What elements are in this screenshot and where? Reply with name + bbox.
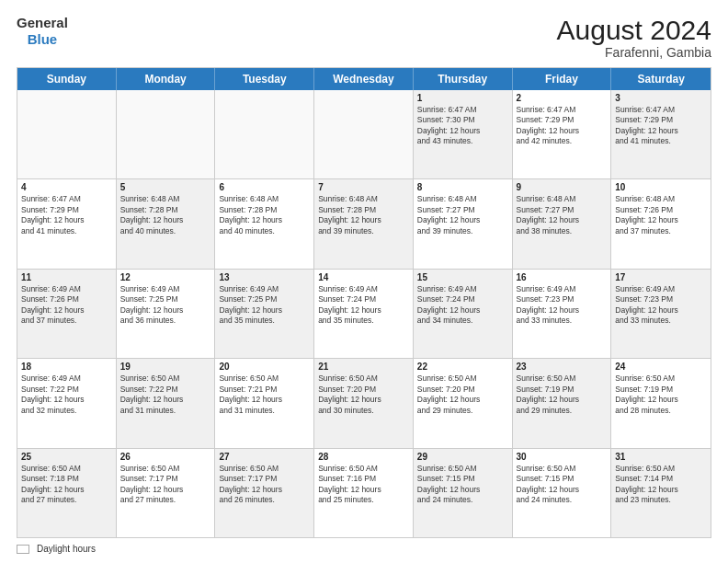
cell-info: Sunrise: 6:50 AM Sunset: 7:21 PM Dayligh…: [219, 373, 310, 416]
footer: Daylight hours: [17, 544, 711, 554]
calendar-cell: [215, 90, 314, 178]
calendar-cell: 3Sunrise: 6:47 AM Sunset: 7:29 PM Daylig…: [611, 90, 711, 178]
cell-info: Sunrise: 6:47 AM Sunset: 7:29 PM Dayligh…: [615, 105, 707, 147]
day-number: 31: [615, 452, 707, 462]
day-of-week-header: Sunday: [17, 68, 117, 90]
day-number: 29: [417, 452, 508, 462]
calendar-cell: 20Sunrise: 6:50 AM Sunset: 7:21 PM Dayli…: [215, 359, 314, 447]
cell-info: Sunrise: 6:50 AM Sunset: 7:17 PM Dayligh…: [219, 464, 310, 506]
day-number: 17: [615, 272, 707, 282]
day-number: 13: [219, 272, 310, 282]
day-number: 24: [615, 362, 707, 372]
calendar-cell: 8Sunrise: 6:48 AM Sunset: 7:27 PM Daylig…: [414, 179, 513, 268]
day-of-week-header: Saturday: [611, 68, 711, 90]
calendar-cell: 12Sunrise: 6:49 AM Sunset: 7:25 PM Dayli…: [117, 270, 216, 358]
calendar-cell: 7Sunrise: 6:48 AM Sunset: 7:28 PM Daylig…: [314, 179, 414, 268]
cell-info: Sunrise: 6:50 AM Sunset: 7:16 PM Dayligh…: [318, 464, 409, 506]
calendar-row: 4Sunrise: 6:47 AM Sunset: 7:29 PM Daylig…: [17, 179, 711, 269]
cell-info: Sunrise: 6:50 AM Sunset: 7:19 PM Dayligh…: [517, 373, 608, 416]
calendar-cell: 4Sunrise: 6:47 AM Sunset: 7:29 PM Daylig…: [17, 179, 117, 268]
day-of-week-header: Tuesday: [215, 68, 314, 90]
calendar-cell: 21Sunrise: 6:50 AM Sunset: 7:20 PM Dayli…: [314, 359, 414, 447]
calendar-cell: 29Sunrise: 6:50 AM Sunset: 7:15 PM Dayli…: [414, 449, 513, 537]
day-number: 25: [21, 452, 112, 462]
calendar-cell: 11Sunrise: 6:49 AM Sunset: 7:26 PM Dayli…: [17, 270, 117, 358]
calendar-cell: 23Sunrise: 6:50 AM Sunset: 7:19 PM Dayli…: [513, 359, 612, 447]
cell-info: Sunrise: 6:49 AM Sunset: 7:25 PM Dayligh…: [120, 284, 211, 327]
day-number: 4: [21, 182, 112, 192]
cell-info: Sunrise: 6:49 AM Sunset: 7:23 PM Dayligh…: [517, 284, 608, 327]
calendar-cell: 25Sunrise: 6:50 AM Sunset: 7:18 PM Dayli…: [17, 449, 117, 537]
calendar-cell: 26Sunrise: 6:50 AM Sunset: 7:17 PM Dayli…: [117, 449, 216, 537]
cell-info: Sunrise: 6:49 AM Sunset: 7:24 PM Dayligh…: [417, 284, 508, 327]
cell-info: Sunrise: 6:50 AM Sunset: 7:15 PM Dayligh…: [417, 464, 508, 506]
cell-info: Sunrise: 6:50 AM Sunset: 7:18 PM Dayligh…: [21, 464, 112, 506]
calendar-row: 25Sunrise: 6:50 AM Sunset: 7:18 PM Dayli…: [17, 449, 711, 537]
calendar-cell: 6Sunrise: 6:48 AM Sunset: 7:28 PM Daylig…: [215, 179, 314, 268]
day-number: 10: [615, 182, 707, 192]
day-of-week-header: Thursday: [414, 68, 513, 90]
day-number: 16: [517, 272, 608, 282]
calendar-cell: [314, 90, 414, 178]
cell-info: Sunrise: 6:48 AM Sunset: 7:27 PM Dayligh…: [517, 194, 608, 236]
cell-info: Sunrise: 6:50 AM Sunset: 7:22 PM Dayligh…: [120, 373, 211, 416]
calendar-cell: 14Sunrise: 6:49 AM Sunset: 7:24 PM Dayli…: [314, 270, 414, 358]
calendar-cell: 1Sunrise: 6:47 AM Sunset: 7:30 PM Daylig…: [414, 90, 513, 178]
day-number: 12: [120, 272, 211, 282]
month-year: August 2024: [557, 15, 711, 45]
calendar-cell: 30Sunrise: 6:50 AM Sunset: 7:15 PM Dayli…: [513, 449, 612, 537]
cell-info: Sunrise: 6:48 AM Sunset: 7:28 PM Dayligh…: [318, 194, 409, 236]
header: General Blue August 2024 Farafenni, Gamb…: [17, 15, 711, 60]
title-block: August 2024 Farafenni, Gambia: [557, 15, 711, 60]
cell-info: Sunrise: 6:48 AM Sunset: 7:28 PM Dayligh…: [120, 194, 211, 236]
day-number: 9: [517, 182, 608, 192]
cell-info: Sunrise: 6:49 AM Sunset: 7:24 PM Dayligh…: [318, 284, 409, 327]
location: Farafenni, Gambia: [557, 45, 711, 60]
calendar-row: 18Sunrise: 6:49 AM Sunset: 7:22 PM Dayli…: [17, 359, 711, 448]
calendar-cell: 19Sunrise: 6:50 AM Sunset: 7:22 PM Dayli…: [117, 359, 216, 447]
calendar-cell: 13Sunrise: 6:49 AM Sunset: 7:25 PM Dayli…: [215, 270, 314, 358]
day-number: 8: [417, 182, 508, 192]
cell-info: Sunrise: 6:50 AM Sunset: 7:15 PM Dayligh…: [517, 464, 608, 506]
cell-info: Sunrise: 6:47 AM Sunset: 7:29 PM Dayligh…: [517, 105, 608, 147]
calendar-row: 1Sunrise: 6:47 AM Sunset: 7:30 PM Daylig…: [17, 90, 711, 179]
day-number: 22: [417, 362, 508, 372]
day-number: 6: [219, 182, 310, 192]
cell-info: Sunrise: 6:50 AM Sunset: 7:14 PM Dayligh…: [615, 464, 707, 506]
calendar-cell: 27Sunrise: 6:50 AM Sunset: 7:17 PM Dayli…: [215, 449, 314, 537]
day-number: 3: [615, 93, 707, 103]
calendar-row: 11Sunrise: 6:49 AM Sunset: 7:26 PM Dayli…: [17, 270, 711, 359]
day-number: 11: [21, 272, 112, 282]
day-number: 21: [318, 362, 409, 372]
day-number: 18: [21, 362, 112, 372]
calendar-body: 1Sunrise: 6:47 AM Sunset: 7:30 PM Daylig…: [17, 90, 711, 537]
legend-label: Daylight hours: [37, 544, 96, 554]
day-number: 5: [120, 182, 211, 192]
calendar-header: SundayMondayTuesdayWednesdayThursdayFrid…: [17, 68, 711, 90]
day-number: 19: [120, 362, 211, 372]
calendar-cell: 16Sunrise: 6:49 AM Sunset: 7:23 PM Dayli…: [513, 270, 612, 358]
cell-info: Sunrise: 6:50 AM Sunset: 7:20 PM Dayligh…: [318, 373, 409, 416]
cell-info: Sunrise: 6:48 AM Sunset: 7:27 PM Dayligh…: [417, 194, 508, 236]
calendar-cell: 9Sunrise: 6:48 AM Sunset: 7:27 PM Daylig…: [513, 179, 612, 268]
cell-info: Sunrise: 6:50 AM Sunset: 7:20 PM Dayligh…: [417, 373, 508, 416]
calendar-cell: 17Sunrise: 6:49 AM Sunset: 7:23 PM Dayli…: [611, 270, 711, 358]
day-number: 14: [318, 272, 409, 282]
cell-info: Sunrise: 6:47 AM Sunset: 7:30 PM Dayligh…: [417, 105, 508, 147]
day-number: 27: [219, 452, 310, 462]
calendar-cell: 22Sunrise: 6:50 AM Sunset: 7:20 PM Dayli…: [414, 359, 513, 447]
calendar-cell: 28Sunrise: 6:50 AM Sunset: 7:16 PM Dayli…: [314, 449, 414, 537]
day-number: 28: [318, 452, 409, 462]
calendar-cell: 31Sunrise: 6:50 AM Sunset: 7:14 PM Dayli…: [611, 449, 711, 537]
calendar-cell: 18Sunrise: 6:49 AM Sunset: 7:22 PM Dayli…: [17, 359, 117, 447]
day-of-week-header: Monday: [117, 68, 216, 90]
day-number: 30: [517, 452, 608, 462]
cell-info: Sunrise: 6:49 AM Sunset: 7:26 PM Dayligh…: [21, 284, 112, 327]
day-number: 2: [517, 93, 608, 103]
calendar: SundayMondayTuesdayWednesdayThursdayFrid…: [17, 67, 711, 538]
cell-info: Sunrise: 6:50 AM Sunset: 7:17 PM Dayligh…: [120, 464, 211, 506]
calendar-cell: 10Sunrise: 6:48 AM Sunset: 7:26 PM Dayli…: [611, 179, 711, 268]
day-number: 1: [417, 93, 508, 103]
cell-info: Sunrise: 6:47 AM Sunset: 7:29 PM Dayligh…: [21, 194, 112, 236]
calendar-cell: 24Sunrise: 6:50 AM Sunset: 7:19 PM Dayli…: [611, 359, 711, 447]
